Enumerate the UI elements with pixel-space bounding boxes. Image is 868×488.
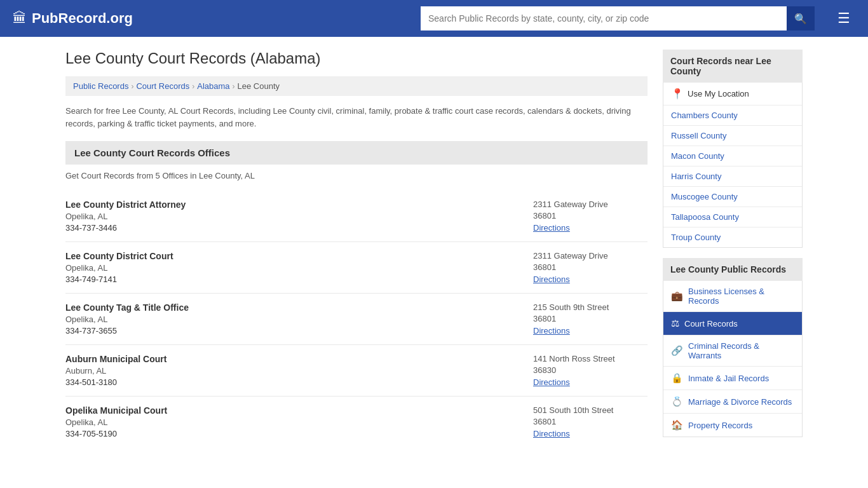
offices-count: Get Court Records from 5 Offices in Lee …	[65, 171, 648, 180]
breadcrumb-sep-2: ›	[192, 82, 194, 91]
nearby-county-link[interactable]: Macon County	[671, 151, 724, 161]
nearby-county-item[interactable]: Russell County	[663, 126, 802, 146]
nearby-title: Court Records near Lee County	[663, 50, 803, 83]
main-container: Lee County Court Records (Alabama) Publi…	[53, 37, 815, 460]
nearby-county-link[interactable]: Harris County	[671, 172, 721, 181]
breadcrumb-sep-1: ›	[131, 82, 133, 91]
nearby-county-item[interactable]: Harris County	[663, 166, 802, 187]
directions-link[interactable]: Directions	[533, 326, 570, 336]
directions-link[interactable]: Directions	[533, 274, 570, 284]
office-info: Lee County District Attorney Opelika, AL…	[65, 200, 533, 233]
public-records-title: Lee County Public Records	[663, 258, 803, 281]
office-phone: 334-705-5190	[65, 429, 533, 438]
page-description: Search for free Lee County, AL Court Rec…	[65, 105, 648, 130]
nearby-county-item[interactable]: Troup County	[663, 227, 802, 247]
office-address: 501 South 10th Street 36801 Directions	[533, 405, 648, 438]
public-record-link[interactable]: Property Records	[688, 421, 752, 430]
directions-link[interactable]: Directions	[533, 429, 570, 438]
record-icon: ⚖	[671, 318, 679, 329]
office-info: Auburn Municipal Court Auburn, AL 334-50…	[65, 354, 533, 387]
office-name: Lee County Tag & Title Office	[65, 302, 533, 313]
record-icon: 🏠	[671, 419, 683, 431]
nearby-county-link[interactable]: Troup County	[671, 233, 721, 242]
public-records-section: Lee County Public Records 💼 Business Lic…	[663, 258, 803, 437]
public-record-item[interactable]: ⚖ Court Records	[663, 312, 802, 336]
office-phone: 334-749-7141	[65, 274, 533, 284]
use-location-item[interactable]: 📍 Use My Location	[663, 83, 802, 105]
sidebar: Court Records near Lee County 📍 Use My L…	[663, 50, 803, 447]
office-zip: 36801	[533, 417, 648, 426]
public-record-item[interactable]: 💍 Marriage & Divorce Records	[663, 390, 802, 414]
use-location-label: Use My Location	[688, 89, 749, 98]
office-phone: 334-501-3180	[65, 377, 533, 387]
office-city: Opelika, AL	[65, 263, 533, 273]
public-records-list: 💼 Business Licenses & Records ⚖ Court Re…	[663, 281, 803, 437]
nearby-county-link[interactable]: Russell County	[671, 131, 726, 140]
nearby-county-item[interactable]: Macon County	[663, 146, 802, 166]
office-phone: 334-737-3655	[65, 326, 533, 336]
nearby-county-item[interactable]: Muscogee County	[663, 187, 802, 207]
breadcrumb-alabama[interactable]: Alabama	[197, 81, 229, 91]
office-zip: 36801	[533, 211, 648, 220]
breadcrumb-current: Lee County	[238, 81, 280, 91]
office-info: Lee County District Court Opelika, AL 33…	[65, 251, 533, 284]
public-record-link[interactable]: Criminal Records & Warrants	[688, 341, 794, 360]
office-street: 2311 Gateway Drive	[533, 251, 648, 261]
office-phone: 334-737-3446	[65, 223, 533, 233]
office-address: 141 North Ross Street 36830 Directions	[533, 354, 648, 387]
office-entry: Lee County District Attorney Opelika, AL…	[65, 191, 648, 242]
office-info: Opelika Municipal Court Opelika, AL 334-…	[65, 405, 533, 438]
office-address: 215 South 9th Street 36801 Directions	[533, 302, 648, 336]
breadcrumb-sep-3: ›	[233, 82, 235, 91]
nearby-section: Court Records near Lee County 📍 Use My L…	[663, 50, 803, 248]
section-header: Lee County Court Records Offices	[65, 141, 648, 165]
office-name: Lee County District Attorney	[65, 200, 533, 210]
search-button[interactable]: 🔍	[787, 6, 815, 30]
breadcrumb-public-records[interactable]: Public Records	[73, 81, 128, 91]
directions-link[interactable]: Directions	[533, 377, 570, 387]
record-icon: 💼	[671, 290, 683, 302]
public-record-link[interactable]: Business Licenses & Records	[688, 287, 794, 306]
page-title: Lee County Court Records (Alabama)	[65, 50, 648, 67]
office-entry: Opelika Municipal Court Opelika, AL 334-…	[65, 396, 648, 447]
content-area: Lee County Court Records (Alabama) Publi…	[65, 50, 648, 447]
record-icon: 🔒	[671, 372, 683, 384]
directions-link[interactable]: Directions	[533, 223, 570, 233]
nearby-county-item[interactable]: Chambers County	[663, 105, 802, 126]
office-entry: Lee County District Court Opelika, AL 33…	[65, 242, 648, 294]
search-input[interactable]	[421, 6, 787, 30]
location-icon: 📍	[671, 88, 684, 100]
nearby-county-link[interactable]: Muscogee County	[671, 192, 738, 201]
menu-button[interactable]: ☰	[832, 8, 855, 29]
public-record-item[interactable]: 🏠 Property Records	[663, 414, 802, 437]
nearby-county-link[interactable]: Tallapoosa County	[671, 212, 739, 222]
public-record-item[interactable]: 🔒 Inmate & Jail Records	[663, 367, 802, 390]
office-name: Auburn Municipal Court	[65, 354, 533, 364]
office-street: 501 South 10th Street	[533, 405, 648, 415]
public-record-link[interactable]: Court Records	[684, 319, 738, 329]
site-header: 🏛 PubRecord.org 🔍 ☰	[0, 0, 868, 37]
logo-text: PubRecord.org	[32, 10, 133, 27]
breadcrumb: Public Records › Court Records › Alabama…	[65, 76, 648, 96]
office-address: 2311 Gateway Drive 36801 Directions	[533, 200, 648, 233]
office-city: Opelika, AL	[65, 315, 533, 324]
breadcrumb-court-records[interactable]: Court Records	[136, 81, 189, 91]
office-zip: 36801	[533, 262, 648, 272]
record-icon: 🔗	[671, 345, 683, 356]
public-record-link[interactable]: Marriage & Divorce Records	[688, 397, 792, 407]
nearby-county-item[interactable]: Tallapoosa County	[663, 207, 802, 227]
public-record-item[interactable]: 🔗 Criminal Records & Warrants	[663, 336, 802, 367]
record-icon: 💍	[671, 396, 683, 407]
public-record-item[interactable]: 💼 Business Licenses & Records	[663, 281, 802, 312]
office-city: Opelika, AL	[65, 212, 533, 221]
public-record-link[interactable]: Inmate & Jail Records	[688, 374, 769, 383]
office-street: 215 South 9th Street	[533, 302, 648, 312]
office-street: 141 North Ross Street	[533, 354, 648, 363]
office-zip: 36801	[533, 314, 648, 323]
site-logo[interactable]: 🏛 PubRecord.org	[13, 10, 133, 27]
office-street: 2311 Gateway Drive	[533, 200, 648, 209]
hamburger-icon: ☰	[837, 10, 850, 26]
search-area: 🔍	[421, 6, 815, 30]
office-city: Auburn, AL	[65, 366, 533, 376]
nearby-county-link[interactable]: Chambers County	[671, 111, 738, 120]
